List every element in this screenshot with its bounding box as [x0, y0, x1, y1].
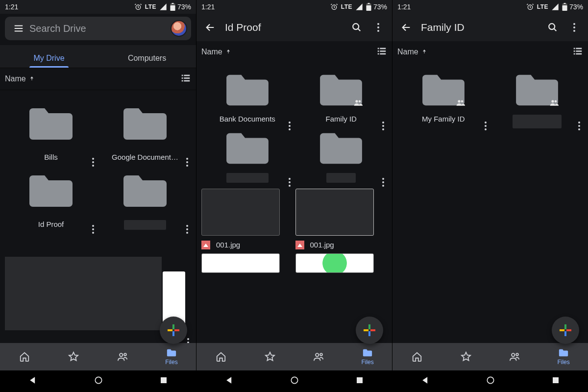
alarm-icon: [330, 3, 338, 11]
search-icon[interactable]: [542, 17, 564, 38]
sort-row[interactable]: Name: [0, 68, 196, 90]
sort-row[interactable]: Name: [392, 41, 588, 63]
item-more-icon[interactable]: [88, 220, 98, 234]
nav-home[interactable]: [392, 343, 441, 370]
nav-files[interactable]: Files: [539, 343, 588, 370]
item-more-icon[interactable]: [378, 173, 388, 187]
folder-item[interactable]: Google Document…: [99, 99, 191, 162]
file-item[interactable]: 001.jpg: [295, 189, 388, 249]
folder-title: Family ID: [417, 22, 542, 33]
item-more-icon[interactable]: [88, 153, 98, 167]
shared-icon: [550, 99, 559, 108]
android-home-icon[interactable]: [290, 375, 299, 387]
folder-icon: [419, 70, 468, 110]
file-item[interactable]: 001.jpg: [201, 189, 294, 249]
alarm-icon: [134, 3, 142, 11]
folder-item[interactable]: Bank Documents: [201, 70, 294, 124]
file-item[interactable]: [295, 253, 388, 273]
sort-label: Name: [201, 48, 222, 56]
nav-starred[interactable]: [245, 343, 294, 370]
item-more-icon[interactable]: [182, 153, 192, 167]
item-more-icon[interactable]: [574, 117, 584, 131]
android-recent-icon[interactable]: [355, 376, 364, 387]
fab-new[interactable]: [552, 317, 579, 344]
nav-shared[interactable]: [490, 343, 539, 370]
search-icon[interactable]: [346, 17, 368, 38]
status-bar: 1:21 LTE 73%: [0, 0, 196, 14]
hamburger-icon[interactable]: [10, 20, 27, 37]
svg-rect-9: [182, 80, 183, 82]
folder-item[interactable]: [491, 70, 584, 128]
folder-icon: [317, 128, 366, 168]
file-item[interactable]: [201, 253, 294, 273]
search-bar[interactable]: Search Drive: [5, 17, 191, 40]
svg-rect-6: [184, 75, 190, 76]
fab-new[interactable]: [356, 317, 383, 344]
folder-item[interactable]: Id Proof: [5, 166, 97, 230]
folder-item[interactable]: [99, 166, 191, 230]
avatar[interactable]: [171, 20, 187, 37]
android-back-icon[interactable]: [420, 375, 430, 387]
file-thumbnail: [295, 189, 374, 236]
svg-rect-40: [576, 48, 582, 49]
battery-percent: 73%: [569, 3, 583, 11]
status-time: 1:21: [201, 3, 215, 11]
android-home-icon[interactable]: [94, 375, 103, 387]
nav-home[interactable]: [0, 343, 49, 370]
sort-arrow-up-icon: [225, 48, 231, 56]
folder-icon: [26, 166, 75, 215]
signal-icon: [355, 3, 363, 11]
image-file-icon: [201, 241, 210, 249]
status-time: 1:21: [5, 3, 18, 11]
back-button[interactable]: [199, 17, 221, 38]
folder-label: Bills: [44, 153, 58, 162]
folder-label-redacted: [513, 115, 562, 128]
back-button[interactable]: [395, 17, 417, 38]
tab-my-drive[interactable]: My Drive: [0, 54, 98, 68]
svg-rect-25: [378, 53, 379, 55]
sort-row[interactable]: Name: [196, 41, 392, 63]
android-home-icon[interactable]: [486, 375, 495, 387]
svg-point-49: [512, 353, 514, 356]
folder-item[interactable]: Bills: [5, 99, 97, 162]
drive-tabs: My Drive Computers: [0, 45, 196, 68]
screen-my-drive: 1:21 LTE 73% Search Drive My Drive Compu…: [0, 0, 196, 392]
nav-shared[interactable]: [98, 343, 147, 370]
sort-arrow-up-icon: [29, 74, 35, 83]
nav-files[interactable]: Files: [343, 343, 392, 370]
svg-rect-42: [576, 50, 582, 52]
search-input[interactable]: Search Drive: [27, 23, 171, 34]
view-list-icon[interactable]: [572, 46, 583, 58]
network-label: LTE: [341, 3, 352, 10]
view-list-icon[interactable]: [376, 46, 387, 58]
fab-new[interactable]: [160, 317, 187, 344]
svg-rect-43: [574, 53, 575, 55]
svg-rect-7: [182, 77, 183, 79]
nav-starred[interactable]: [441, 343, 490, 370]
nav-home[interactable]: [196, 343, 245, 370]
svg-rect-4: [31, 78, 32, 81]
android-recent-icon[interactable]: [159, 376, 168, 387]
nav-files[interactable]: Files: [147, 343, 196, 370]
more-icon[interactable]: [564, 17, 585, 38]
item-more-icon[interactable]: [182, 220, 192, 234]
folder-icon: [223, 70, 272, 110]
nav-starred[interactable]: [49, 343, 98, 370]
screen-family-id: 1:21 LTE 73% Family ID Name: [392, 0, 588, 392]
android-back-icon[interactable]: [224, 375, 234, 387]
view-list-icon[interactable]: [180, 73, 191, 85]
android-recent-icon[interactable]: [551, 376, 560, 387]
item-more-icon[interactable]: [481, 117, 490, 131]
more-icon[interactable]: [368, 17, 389, 38]
nav-shared[interactable]: [294, 343, 343, 370]
nav-files-label: Files: [165, 359, 177, 366]
folder-item[interactable]: [201, 128, 294, 183]
sort-label: Name: [5, 74, 26, 83]
folder-item[interactable]: [295, 128, 388, 183]
android-back-icon[interactable]: [28, 375, 38, 387]
status-time: 1:21: [397, 3, 411, 11]
folder-item[interactable]: Family ID: [295, 70, 388, 124]
folder-item[interactable]: My Family ID: [397, 70, 490, 128]
tab-computers[interactable]: Computers: [98, 54, 196, 68]
item-more-icon[interactable]: [285, 173, 294, 187]
